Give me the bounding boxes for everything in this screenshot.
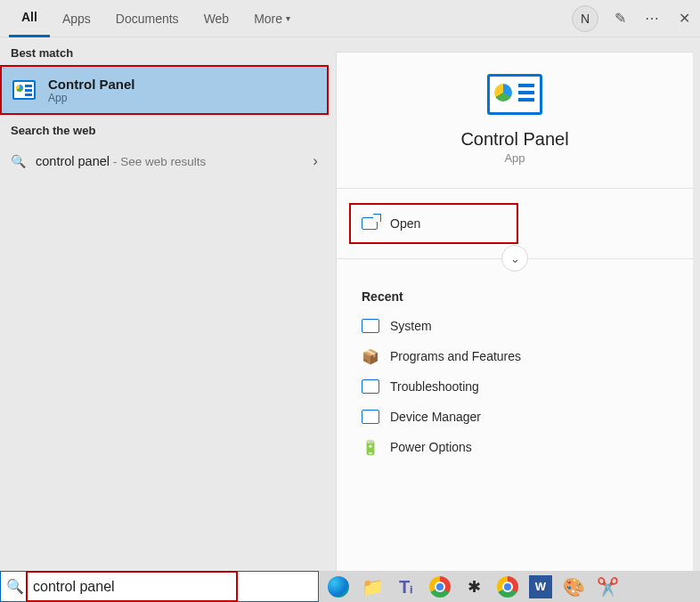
more-options-icon[interactable]: ⋯ bbox=[636, 3, 668, 35]
recent-item-troubleshooting[interactable]: Troubleshooting bbox=[356, 371, 673, 402]
tab-more[interactable]: More▾ bbox=[241, 0, 303, 37]
expand-button[interactable]: ⌄ bbox=[501, 245, 528, 272]
taskbar-teams-icon[interactable]: Tᵢ bbox=[394, 574, 419, 599]
taskbar-snip-icon[interactable]: ✂️ bbox=[595, 574, 620, 599]
feedback-icon[interactable]: ✎ bbox=[604, 3, 636, 35]
taskbar-edge-icon[interactable] bbox=[326, 574, 351, 599]
recent-item-label: Programs and Features bbox=[390, 349, 521, 363]
results-panel: Best match Control Panel App Search the … bbox=[0, 37, 329, 571]
taskbar-chrome-icon[interactable] bbox=[427, 574, 452, 599]
preview-subtitle: App bbox=[337, 151, 693, 165]
taskbar-slack-icon[interactable]: ✱ bbox=[461, 574, 486, 599]
user-avatar[interactable]: N bbox=[572, 5, 598, 32]
caret-down-icon: ▾ bbox=[286, 13, 290, 23]
recent-list: System 📦 Programs and Features Troublesh… bbox=[337, 311, 693, 462]
control-panel-icon bbox=[362, 319, 379, 333]
open-label: Open bbox=[390, 216, 420, 231]
open-button[interactable]: Open bbox=[349, 203, 518, 244]
open-icon bbox=[362, 217, 378, 230]
control-panel-icon bbox=[362, 379, 379, 394]
taskbar-word-icon[interactable]: W bbox=[529, 575, 552, 598]
search-icon: 🔍 bbox=[11, 154, 27, 168]
web-result[interactable]: 🔍 control panel - See web results › bbox=[0, 142, 329, 180]
web-result-suffix: - See web results bbox=[113, 155, 206, 168]
search-web-heading: Search the web bbox=[0, 115, 329, 142]
recent-item-label: Troubleshooting bbox=[390, 379, 479, 394]
chevron-right-icon: › bbox=[313, 152, 318, 170]
preview-panel: Control Panel App Open ⌄ Recent System 📦… bbox=[336, 52, 693, 571]
taskbar-chrome-icon-2[interactable] bbox=[495, 574, 520, 599]
box-icon: 📦 bbox=[362, 349, 379, 363]
control-panel-icon bbox=[487, 74, 542, 115]
search-icon: 🔍 bbox=[1, 578, 29, 595]
web-result-query: control panel bbox=[36, 154, 110, 168]
best-match-result[interactable]: Control Panel App bbox=[0, 65, 329, 115]
recent-item-label: Device Manager bbox=[390, 410, 481, 424]
search-box[interactable]: 🔍 bbox=[0, 571, 319, 602]
control-panel-icon bbox=[12, 80, 36, 100]
tab-documents[interactable]: Documents bbox=[103, 0, 191, 37]
recent-item-system[interactable]: System bbox=[356, 311, 673, 341]
power-icon: 🔋 bbox=[362, 440, 379, 454]
search-flyout: All Apps Documents Web More▾ N ✎ ⋯ ✕ Bes… bbox=[0, 0, 700, 571]
header-tabs: All Apps Documents Web More▾ N ✎ ⋯ ✕ bbox=[0, 0, 700, 37]
best-match-heading: Best match bbox=[0, 37, 329, 65]
recent-item-power-options[interactable]: 🔋 Power Options bbox=[356, 432, 673, 462]
tab-web[interactable]: Web bbox=[191, 0, 242, 37]
recent-item-label: System bbox=[390, 319, 432, 333]
taskbar-explorer-icon[interactable]: 📁 bbox=[360, 574, 385, 599]
chevron-down-icon: ⌄ bbox=[510, 252, 520, 265]
preview-title: Control Panel bbox=[337, 129, 693, 150]
tab-all[interactable]: All bbox=[9, 0, 50, 37]
taskbar: 📁 Tᵢ ✱ W 🎨 ✂️ bbox=[319, 571, 700, 602]
best-match-title: Control Panel bbox=[48, 77, 135, 92]
close-icon[interactable]: ✕ bbox=[668, 3, 700, 35]
recent-item-label: Power Options bbox=[390, 440, 472, 454]
search-input[interactable] bbox=[29, 572, 318, 601]
tab-apps[interactable]: Apps bbox=[50, 0, 103, 37]
recent-item-programs[interactable]: 📦 Programs and Features bbox=[356, 341, 673, 371]
best-match-subtitle: App bbox=[48, 92, 135, 104]
control-panel-icon bbox=[362, 410, 379, 424]
taskbar-paint-icon[interactable]: 🎨 bbox=[561, 574, 586, 599]
recent-item-device-manager[interactable]: Device Manager bbox=[356, 402, 673, 432]
recent-heading: Recent bbox=[337, 282, 693, 311]
